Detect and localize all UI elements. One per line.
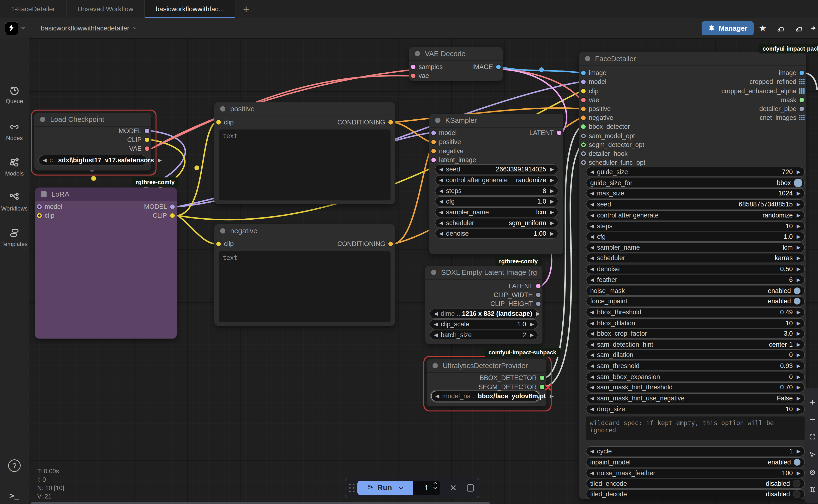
output-port-dot[interactable] (536, 293, 540, 297)
widget-drop-size[interactable]: ◀drop_size10▶ (586, 404, 805, 414)
manager-button[interactable]: Manager (702, 21, 754, 35)
input-segm-detector-opt[interactable]: segm_detector_opt (579, 140, 644, 149)
widget-noise-mask-feather[interactable]: ◀noise_mask_feather100▶ (586, 468, 805, 478)
zoom-out-button[interactable] (808, 415, 817, 424)
increment-arrow[interactable]: ▶ (797, 352, 800, 358)
tab-unsaved-workflow[interactable]: Unsaved Workflow (66, 0, 145, 18)
toggle-link-visibility-eye-icon[interactable] (808, 468, 817, 477)
input-port-dot[interactable] (216, 242, 221, 246)
input-port-dot[interactable] (411, 74, 415, 78)
decrement-arrow[interactable]: ◀ (590, 363, 594, 369)
input-positive[interactable]: positive (579, 104, 611, 113)
decrement-arrow[interactable]: ◀ (590, 266, 594, 272)
output-conditioning[interactable]: CONDITIONING (338, 239, 395, 248)
increment-arrow[interactable]: ▶ (797, 277, 800, 283)
widget-bbox-threshold[interactable]: ◀bbox_threshold0.49▶ (586, 307, 805, 317)
widget-cfg[interactable]: ◀cfg1.0▶ (586, 232, 805, 242)
increment-arrow[interactable]: ▶ (797, 234, 800, 240)
input-port-dot[interactable] (37, 204, 42, 209)
input-port-dot[interactable] (581, 160, 586, 165)
increment-arrow[interactable]: ▶ (797, 309, 800, 315)
widget-control-after-generate[interactable]: ◀control after generaterandomize▶ (435, 175, 558, 185)
input-model[interactable]: model (429, 128, 457, 137)
output-latent[interactable]: LATENT (508, 281, 542, 291)
widget-cycle[interactable]: ◀cycle1▶ (586, 446, 805, 456)
widget-sam-mask-hint-threshold[interactable]: ◀sam_mask_hint_threshold0.70▶ (586, 382, 805, 392)
toggle-dot[interactable] (794, 298, 800, 305)
input-port-dot[interactable] (216, 120, 221, 125)
decrement-arrow[interactable]: ◀ (439, 188, 443, 194)
tab-basicworkflowwithfacedetailer[interactable]: basicworkflowwithfac... (145, 0, 236, 18)
wire-dot[interactable] (91, 176, 96, 181)
widget-bbox-crop-factor[interactable]: ◀bbox_crop_factor3.0▶ (586, 328, 805, 339)
node-collapse-dot[interactable] (431, 270, 436, 275)
decrement-arrow[interactable]: ◀ (439, 177, 443, 183)
clear-vram-models-vacuum-icon[interactable] (790, 21, 808, 35)
increment-arrow[interactable]: ▶ (797, 363, 800, 369)
decrement-arrow[interactable]: ◀ (590, 223, 594, 229)
node-collapse-dot[interactable] (41, 191, 47, 197)
widget-dime[interactable]: ◀dime ...1216 x 832 (landscape)▶ (430, 309, 538, 319)
output-clip[interactable]: CLIP (153, 211, 177, 220)
decrement-arrow[interactable]: ◀ (590, 277, 594, 283)
decrement-arrow[interactable]: ◀ (439, 220, 443, 226)
widget-sam-detection-hint[interactable]: ◀sam_detection_hintcenter-1▶ (586, 340, 805, 350)
node-collapse-dot[interactable] (220, 228, 226, 234)
widget-clip-scale[interactable]: ◀clip_scale1.0▶ (430, 319, 538, 329)
output-clip-width[interactable]: CLIP_WIDTH (493, 290, 542, 299)
decrement-arrow[interactable]: ◀ (590, 395, 594, 401)
decrement-arrow[interactable]: ◀ (590, 470, 594, 476)
input-samples[interactable]: samples (409, 62, 443, 71)
output-port-dot[interactable] (388, 120, 393, 125)
output-port-dot[interactable] (170, 213, 175, 218)
input-port-dot[interactable] (431, 131, 436, 135)
widget-tiled-encode[interactable]: tiled_encodedisabled (586, 479, 805, 489)
widget-denoise[interactable]: ◀denoise0.50▶ (586, 264, 805, 274)
increment-arrow[interactable]: ▶ (797, 406, 800, 412)
increment-arrow[interactable]: ▶ (797, 212, 800, 218)
increment-arrow[interactable]: ▶ (797, 395, 800, 401)
decrement-arrow[interactable]: ◀ (590, 342, 594, 347)
count-up-chevron-icon[interactable] (433, 482, 438, 485)
decrement-arrow[interactable]: ◀ (590, 406, 594, 412)
sidebar-item-workflows[interactable]: Workflows (0, 192, 29, 212)
input-clip[interactable]: clip (579, 87, 598, 96)
increment-arrow[interactable]: ▶ (797, 374, 800, 380)
text-widget[interactable]: wildcard spec: if kept empty, this optio… (586, 416, 805, 440)
decrement-arrow[interactable]: ◀ (434, 311, 438, 316)
input-port-dot[interactable] (37, 213, 42, 218)
widget-feather[interactable]: ◀feather6▶ (586, 275, 805, 285)
input-vae[interactable]: vae (409, 71, 429, 80)
input-port-dot[interactable] (431, 158, 436, 162)
increment-arrow[interactable]: ▶ (550, 231, 554, 236)
increment-arrow[interactable]: ▶ (550, 166, 554, 172)
node-positive[interactable]: positiveclipCONDITIONINGtext (214, 102, 395, 204)
decrement-arrow[interactable]: ◀ (590, 309, 594, 315)
favorites-star-icon[interactable]: ★ (754, 21, 772, 35)
widget-denoise[interactable]: ◀denoise1.00▶ (435, 229, 558, 239)
output-mask[interactable]: mask (781, 95, 806, 105)
toggle-dot[interactable] (794, 179, 802, 187)
widget-sam-bbox-expansion[interactable]: ◀sam_bbox_expansion0▶ (586, 372, 805, 382)
increment-arrow[interactable]: ▶ (797, 320, 800, 326)
output-latent[interactable]: LATENT (529, 128, 563, 137)
decrement-arrow[interactable]: ◀ (590, 331, 594, 336)
decrement-arrow[interactable]: ◀ (434, 321, 438, 327)
node-collapse-dot[interactable] (585, 56, 590, 61)
logo-menu-chevron-down-icon[interactable] (21, 26, 25, 30)
share-arrow-icon[interactable] (808, 21, 818, 35)
workflow-title-chevron-down-icon[interactable] (133, 26, 137, 30)
increment-arrow[interactable]: ▶ (536, 311, 540, 316)
widget-sampler-name[interactable]: ◀sampler_namelcm▶ (586, 242, 805, 252)
fit-view-button[interactable] (808, 432, 817, 442)
input-clip[interactable]: clip (35, 211, 54, 220)
toggle-dot[interactable] (794, 459, 800, 466)
increment-arrow[interactable]: ▶ (797, 201, 800, 207)
widget-batch-size[interactable]: ◀batch_size2▶ (430, 330, 538, 340)
input-positive[interactable]: positive (429, 137, 461, 147)
input-port-dot[interactable] (581, 89, 586, 94)
wire-dot[interactable] (194, 165, 199, 170)
node-lora[interactable]: LoRAmodelclipMODELCLIP (35, 188, 177, 339)
increment-arrow[interactable]: ▶ (797, 266, 800, 272)
input-vae[interactable]: vae (579, 95, 599, 105)
